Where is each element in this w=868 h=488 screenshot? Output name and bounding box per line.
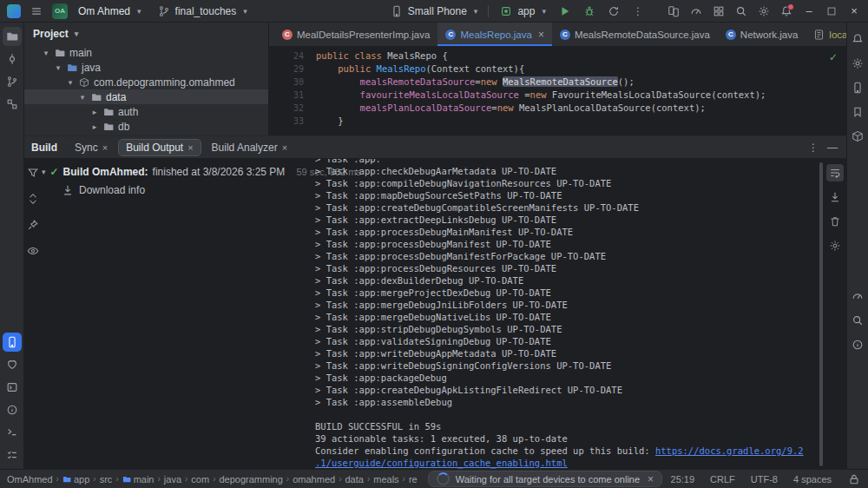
breadcrumb-item-depogramming[interactable]: depogramming (219, 474, 282, 485)
tree-item-com-depogramming-omahmed[interactable]: ▾com.depogramming.omahmed (24, 75, 268, 89)
project-selector[interactable]: Om Ahmed ▾ (73, 3, 147, 19)
tool-commit-button[interactable] (3, 49, 22, 69)
console-link[interactable]: https://docs.gradle.org/9.2 (655, 445, 804, 456)
build-console[interactable]: > Task :app:> Task :app:checkDebugAarMet… (308, 159, 824, 469)
close-tab-icon[interactable]: × (282, 142, 287, 153)
code-line[interactable]: 31 favouriteMealsLocalDataSource =new Fa… (269, 89, 846, 102)
minimize-button[interactable]: – (799, 2, 819, 21)
breadcrumb-item-com[interactable]: com (191, 474, 209, 485)
expand-all-button[interactable] (24, 190, 42, 208)
pin-button[interactable] (24, 216, 42, 234)
tool-maven-button[interactable] (848, 127, 867, 146)
tool-logcat-button[interactable] (3, 378, 22, 397)
build-window-title[interactable]: Build (31, 142, 57, 154)
chevron-down-icon[interactable]: ▾ (42, 168, 46, 176)
maximize-button[interactable] (821, 2, 842, 21)
close-tab-icon[interactable]: × (187, 142, 193, 153)
tool-profiler-button[interactable] (848, 287, 867, 306)
hide-panel-icon[interactable]: — (825, 141, 839, 155)
breadcrumb-item-app[interactable]: app (62, 474, 89, 485)
tool-assistant-button[interactable] (848, 335, 867, 354)
tool-structure-button[interactable] (3, 95, 22, 114)
notifications-button[interactable] (776, 2, 797, 21)
breadcrumb-item-omahmed[interactable]: OmAhmed (7, 474, 53, 485)
tool-terminal-button[interactable] (3, 423, 22, 442)
build-tab-build-output[interactable]: Build Output× (118, 139, 201, 156)
tool-notifications-button[interactable] (848, 30, 867, 49)
breadcrumb-item-src[interactable]: src (100, 474, 113, 485)
device-selector[interactable]: Small Phone ▾ (385, 3, 483, 20)
soft-wrap-button[interactable] (826, 164, 844, 181)
editor-tab-mealdetailspresenterimp-java[interactable]: CMealDetailsPresenterImp.java (274, 23, 437, 46)
breadcrumb-item-meals[interactable]: meals (373, 474, 398, 485)
editor-tab-mealsremotedatasource-java[interactable]: CMealsRemoteDataSource.java (552, 23, 718, 46)
tool-device-manager-button[interactable] (848, 78, 867, 97)
run-config-selector[interactable]: app ▾ (494, 3, 551, 20)
tool-bookmarks-button[interactable] (848, 102, 867, 122)
chevron-down-icon[interactable]: ▾ (78, 93, 87, 102)
tool-gradle-button[interactable] (848, 54, 867, 73)
close-tab-icon[interactable]: × (538, 29, 544, 41)
code-area[interactable]: 24public class MealsRepo {29 public Meal… (269, 47, 846, 135)
breadcrumb-item-omahmed[interactable]: omahmed (293, 474, 335, 485)
code-line[interactable]: 29 public MealsRepo(Context context){ (269, 63, 846, 76)
layout-inspector-button[interactable] (708, 2, 729, 21)
tree-item-main[interactable]: ▾main (24, 45, 268, 60)
more-vertical-icon[interactable]: ⋮ (806, 141, 820, 155)
inspections-status-icon[interactable]: ✓ (829, 51, 838, 63)
tool-problems-button[interactable] (3, 400, 22, 419)
sync-button[interactable] (603, 2, 624, 21)
editor-tab-network-java[interactable]: CNetwork.java (718, 23, 806, 46)
project-panel-header[interactable]: Project ▾ (24, 23, 268, 45)
project-avatar[interactable]: OA (52, 3, 68, 19)
breadcrumb-item-java[interactable]: java (164, 474, 181, 485)
tree-item-data[interactable]: ▾data (24, 89, 268, 104)
branch-selector[interactable]: final_touches ▾ (152, 3, 253, 20)
tool-app-inspection-button[interactable] (848, 311, 867, 330)
main-menu-button[interactable] (26, 2, 47, 21)
tool-running-devices-button[interactable] (3, 333, 22, 352)
breadcrumb-item-data[interactable]: data (345, 474, 363, 485)
editor-tab-mealsrepo-java[interactable]: CMealsRepo.java× (437, 23, 551, 46)
search-button[interactable] (731, 2, 752, 21)
code-line[interactable]: 24public class MealsRepo { (269, 49, 846, 63)
close-button[interactable]: × (844, 2, 865, 21)
console-link[interactable]: .1/userguide/configuration_cache_enablin… (315, 458, 568, 468)
indent-widget[interactable]: 4 spaces (793, 474, 832, 485)
device-mirroring-button[interactable] (663, 2, 684, 21)
chevron-down-icon[interactable]: ▾ (54, 63, 62, 72)
status-message[interactable]: Waiting for all target devices to come o… (428, 471, 662, 487)
tool-project-button[interactable] (3, 27, 22, 46)
scroll-to-end-button[interactable] (826, 188, 844, 206)
encoding-widget[interactable]: UTF-8 (751, 474, 778, 485)
code-line[interactable]: 30 mealsRemoteDataSource=new MealsRemote… (269, 76, 846, 89)
tool-todo-button[interactable] (3, 445, 22, 465)
breadcrumb-item-re[interactable]: re (409, 474, 418, 485)
chevron-right-icon[interactable]: ▸ (90, 108, 99, 116)
tool-pull-requests-button[interactable] (3, 72, 22, 91)
chevron-right-icon[interactable]: ▸ (90, 122, 99, 131)
line-separator-widget[interactable]: CRLF (710, 474, 735, 485)
chevron-down-icon[interactable]: ▾ (66, 78, 75, 87)
inspect-button[interactable] (24, 242, 42, 260)
close-tab-icon[interactable]: × (102, 142, 108, 153)
console-settings-button[interactable] (826, 237, 844, 254)
editor-tab-local-properties[interactable]: local.properties (806, 23, 846, 46)
tree-item-auth[interactable]: ▸auth (24, 104, 268, 119)
build-tab-build-analyzer[interactable]: Build Analyzer× (205, 140, 294, 155)
filter-button[interactable] (24, 164, 42, 181)
dismiss-message-button[interactable]: × (648, 473, 654, 485)
lock-icon[interactable] (847, 472, 861, 486)
run-button[interactable] (555, 2, 575, 21)
tool-app-insights-button[interactable] (3, 355, 22, 374)
console-scrollbar[interactable] (819, 162, 823, 466)
more-actions-button[interactable]: ⋮ (628, 2, 648, 21)
caret-position[interactable]: 25:19 (671, 474, 695, 485)
clear-console-button[interactable] (826, 213, 844, 230)
chevron-down-icon[interactable]: ▾ (42, 49, 50, 57)
breadcrumb-item-main[interactable]: main (122, 474, 155, 485)
debug-button[interactable] (579, 2, 600, 21)
code-line[interactable]: 32 mealsPlanLocalDataSource=new MealsPla… (269, 102, 846, 115)
settings-button[interactable] (753, 2, 774, 21)
tree-item-java[interactable]: ▾java (24, 60, 268, 75)
